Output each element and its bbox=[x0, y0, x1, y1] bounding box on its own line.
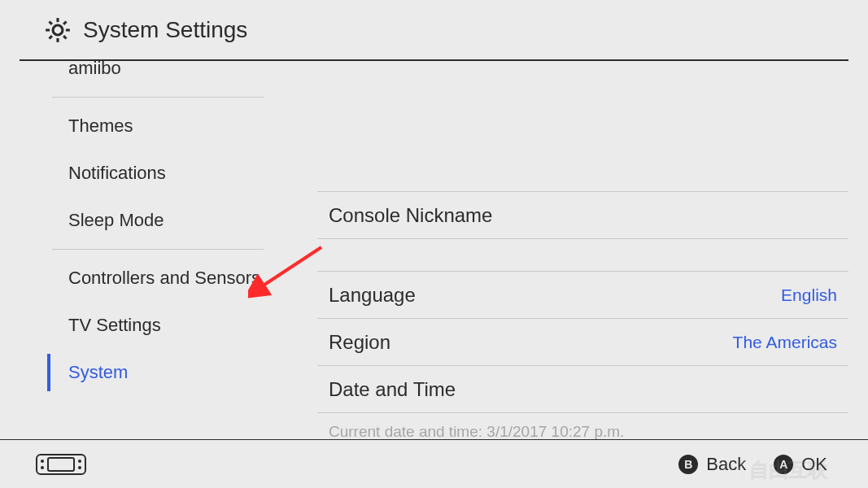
setting-label: Date and Time bbox=[329, 378, 456, 401]
setting-row-language[interactable]: Language English bbox=[317, 271, 848, 318]
setting-value: English bbox=[781, 285, 837, 305]
ok-button-hint[interactable]: A OK bbox=[774, 454, 827, 475]
setting-label: Console Nickname bbox=[329, 204, 492, 227]
svg-rect-11 bbox=[48, 458, 74, 471]
svg-point-12 bbox=[41, 460, 44, 463]
sidebar-item-label: Controllers and Sensors bbox=[68, 268, 260, 289]
footer-bar: B Back A OK bbox=[0, 439, 868, 488]
sidebar-item-label: Sleep Mode bbox=[68, 210, 164, 231]
sidebar-item-notifications[interactable]: Notifications bbox=[52, 150, 277, 197]
content-area: amiibo Themes Notifications Sleep Mode C… bbox=[20, 61, 848, 439]
sidebar-item-controllers-and-sensors[interactable]: Controllers and Sensors bbox=[52, 255, 277, 302]
svg-line-6 bbox=[63, 36, 66, 38]
back-button-hint[interactable]: B Back bbox=[678, 454, 746, 475]
sidebar-item-tv-settings[interactable]: TV Settings bbox=[52, 302, 277, 349]
header: System Settings bbox=[20, 0, 848, 61]
setting-label: Region bbox=[329, 331, 390, 354]
gear-icon bbox=[44, 16, 72, 44]
sidebar-item-label: System bbox=[68, 362, 128, 383]
sidebar-item-label: Notifications bbox=[68, 163, 166, 184]
a-button-icon: A bbox=[774, 455, 793, 474]
setting-row-date-and-time[interactable]: Date and Time bbox=[317, 365, 848, 412]
sidebar-divider bbox=[52, 249, 264, 250]
sidebar-item-label: amiibo bbox=[68, 61, 121, 79]
svg-point-14 bbox=[78, 460, 81, 463]
back-label: Back bbox=[706, 454, 746, 475]
sidebar-item-system[interactable]: System bbox=[52, 349, 277, 396]
settings-panel: Console Nickname Language English Region… bbox=[277, 61, 848, 439]
svg-line-8 bbox=[50, 36, 52, 38]
settings-sidebar: amiibo Themes Notifications Sleep Mode C… bbox=[20, 61, 277, 439]
svg-point-0 bbox=[53, 25, 63, 35]
setting-label: Language bbox=[329, 284, 416, 307]
setting-row-console-nickname[interactable]: Console Nickname bbox=[317, 191, 848, 238]
sidebar-divider bbox=[52, 97, 264, 98]
svg-line-5 bbox=[50, 21, 52, 24]
setting-spacer bbox=[317, 238, 848, 271]
svg-point-13 bbox=[41, 466, 44, 469]
b-button-icon: B bbox=[678, 455, 698, 474]
current-date-time-info: Current date and time: 3/1/2017 10:27 p.… bbox=[317, 412, 848, 439]
svg-point-15 bbox=[78, 466, 81, 469]
page-title: System Settings bbox=[83, 17, 247, 43]
setting-value: The Americas bbox=[733, 333, 837, 352]
console-icon bbox=[36, 454, 86, 475]
sidebar-item-themes[interactable]: Themes bbox=[52, 102, 277, 150]
svg-line-7 bbox=[63, 21, 66, 24]
sidebar-item-label: Themes bbox=[68, 115, 133, 137]
sidebar-item-amiibo[interactable]: amiibo bbox=[52, 61, 277, 92]
setting-row-region[interactable]: Region The Americas bbox=[317, 318, 848, 365]
ok-label: OK bbox=[801, 454, 827, 475]
sidebar-item-sleep-mode[interactable]: Sleep Mode bbox=[52, 197, 277, 244]
sidebar-item-label: TV Settings bbox=[68, 315, 161, 336]
